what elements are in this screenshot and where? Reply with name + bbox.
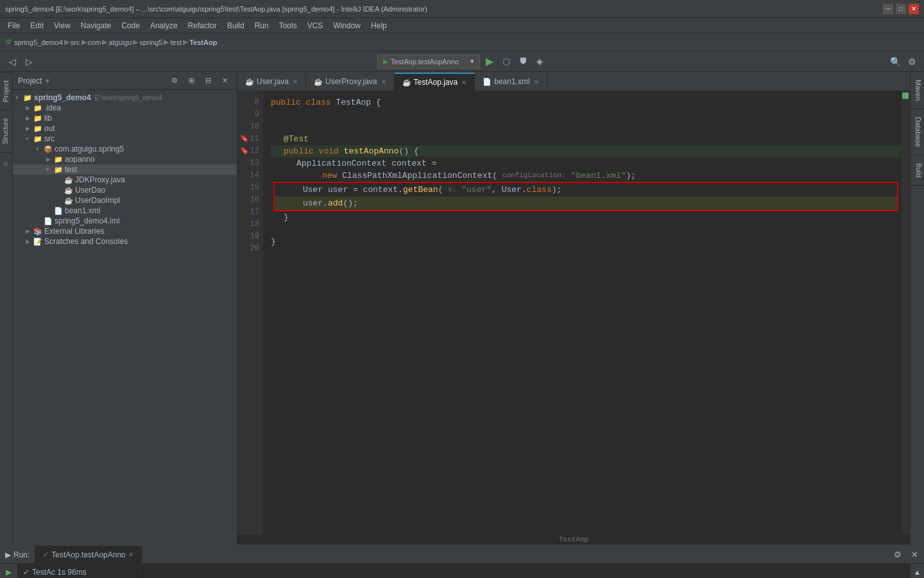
menu-analyze[interactable]: Analyze	[145, 20, 183, 31]
menu-window[interactable]: Window	[328, 20, 366, 31]
project-collapse-button[interactable]: ⊟	[201, 74, 215, 88]
tree-userdao[interactable]: ▶ ☕ UserDao	[13, 185, 237, 195]
run-icon: ▶	[5, 550, 11, 559]
run-label: ▶ Run:	[0, 550, 35, 559]
console-right-toolbar: ▲ ▼ ≡ ⚙ 🗑 ▶	[910, 564, 924, 578]
code-line-19: }	[271, 236, 901, 248]
run-settings-button[interactable]: ⚙	[891, 548, 905, 562]
tab-testaop-java[interactable]: ☕ TestAop.java ✕	[395, 73, 475, 91]
menu-navigate[interactable]: Navigate	[76, 20, 116, 31]
tree-test[interactable]: ▾ 📁 test	[13, 164, 237, 175]
close-button[interactable]: ✕	[909, 4, 919, 14]
breadcrumb-test[interactable]: test	[170, 39, 182, 46]
code-line-14: new ClassPathXmlApplicationContext( conf…	[271, 170, 901, 182]
code-line-18	[271, 223, 901, 236]
toolbar-back-button[interactable]: ◁	[5, 55, 19, 69]
bottom-panel: ▶ Run: ✓ TestAop.testAopAnno ✕ ⚙ ✕ ▶ ⟳ ■…	[0, 545, 924, 578]
tab-user-java[interactable]: ☕ User.java ✕	[237, 73, 306, 91]
coverage-button[interactable]: ⛊	[516, 55, 530, 69]
maximize-button[interactable]: □	[896, 4, 906, 14]
toolbar-forward-button[interactable]: ▷	[22, 55, 36, 69]
code-line-12: public void testAopAnno() {	[271, 145, 901, 157]
menu-refactor[interactable]: Refactor	[183, 20, 222, 31]
menu-file[interactable]: File	[3, 20, 25, 31]
run-tab[interactable]: ✓ TestAop.testAopAnno ✕	[35, 546, 141, 564]
side-tab-build[interactable]: Build	[911, 155, 924, 186]
title-text: spring5_demo4 [E:\work\spring5_demo4] – …	[5, 5, 427, 13]
code-line-16: user.add();	[275, 197, 897, 210]
menu-vcs[interactable]: VCS	[302, 20, 329, 31]
menu-code[interactable]: Code	[116, 20, 145, 31]
tree-idea[interactable]: ▶ 📁 .idea	[13, 103, 237, 113]
menu-tools[interactable]: Tools	[274, 20, 302, 31]
run-close-button[interactable]: ✕	[907, 548, 921, 562]
tree-package[interactable]: ▾ 📦 com.atguigu.spring5	[13, 144, 237, 154]
breadcrumb-file[interactable]: TestAop	[189, 39, 217, 46]
breadcrumb-spring5[interactable]: spring5	[139, 39, 162, 46]
test-item-root[interactable]: ✓ TestAc 1s 96ms	[21, 566, 137, 578]
tree-external-libs[interactable]: ▶ 📚 External Libraries	[13, 226, 237, 236]
side-tab-project[interactable]: Project	[0, 72, 12, 110]
tree-userdaoimpl[interactable]: ▶ ☕ UserDaoImpl	[13, 195, 237, 206]
tab-user-close[interactable]: ✕	[293, 78, 298, 85]
menu-run[interactable]: Run	[250, 20, 274, 31]
tree-aopanno[interactable]: ▶ 📁 aopanno	[13, 154, 237, 164]
debug-button[interactable]: ⬡	[499, 55, 513, 69]
side-tab-structure[interactable]: Structure	[0, 110, 12, 152]
bottom-content: ▶ ⟳ ■ ⊟ ↕ 📷 ⤶ ⤷ ◁◁ ✓ TestAc 1s 96ms ✓ te…	[0, 564, 924, 578]
breadcrumb-project[interactable]: spring5_demo4	[14, 39, 63, 46]
code-line-20	[271, 248, 901, 260]
test-pass-icon: ✓	[23, 568, 30, 577]
tab-userproxy-close[interactable]: ✕	[381, 78, 386, 85]
tree-root[interactable]: ▾ 📁 spring5_demo4 E:\work\spring5_demo4	[13, 92, 237, 103]
breadcrumb-atguigu[interactable]: atguigu	[108, 39, 132, 46]
tab-testaop-close[interactable]: ✕	[461, 79, 466, 86]
run-config-selector[interactable]: ▶ TestAop.testAopAnno ▾	[377, 55, 480, 69]
run-tab-close[interactable]: ✕	[128, 551, 133, 558]
test-tree: ✓ TestAc 1s 96ms ✓ tes 1s 96ms	[18, 564, 140, 578]
breadcrumb-com[interactable]: com	[88, 39, 101, 46]
tree-bean1xml[interactable]: ▶ 📄 bean1.xml	[13, 206, 237, 216]
right-side-panel: Maven Database Build	[910, 72, 924, 545]
project-settings-button[interactable]: ⚙	[167, 74, 182, 88]
tree-src[interactable]: ▾ 📁 src	[13, 134, 237, 144]
tree-scratches[interactable]: ▶ 📝 Scratches and Consoles	[13, 236, 237, 247]
tab-bean1-label: bean1.xml	[494, 77, 529, 86]
tree-jdkproxy[interactable]: ▶ ☕ JDKProxy.java	[13, 175, 237, 185]
tree-lib[interactable]: ▶ 📁 lib	[13, 113, 237, 123]
minimize-button[interactable]: ─	[883, 4, 893, 14]
scroll-up-button[interactable]: ▲	[912, 566, 923, 578]
profile-button[interactable]: ◈	[533, 55, 547, 69]
breadcrumb-bar: ⚙ spring5_demo4 ▶ src ▶ com ▶ atguigu ▶ …	[0, 33, 924, 51]
code-editor[interactable]: 8 9 10 🔖11 🔖12 13 14 15 16 17 18 19	[237, 91, 910, 545]
settings-button[interactable]: ⚙	[905, 55, 919, 69]
search-button[interactable]: 🔍	[888, 55, 902, 69]
menu-build[interactable]: Build	[222, 20, 250, 31]
code-content[interactable]: public class TestAop { @Test public vo	[263, 91, 901, 534]
run-play-button[interactable]: ▶	[3, 566, 15, 578]
tree-out[interactable]: ▶ 📁 out	[13, 123, 237, 134]
scratches-label: Scratches and Consoles	[44, 237, 128, 246]
side-tab-maven[interactable]: Maven	[911, 72, 924, 109]
menu-edit[interactable]: Edit	[25, 20, 49, 31]
side-tab-database[interactable]: Database	[911, 109, 924, 155]
project-close-button[interactable]: ✕	[218, 74, 232, 88]
tab-java-icon: ☕	[245, 78, 254, 86]
project-expand-button[interactable]: ⊞	[184, 74, 198, 88]
run-button[interactable]: ▶	[483, 55, 497, 69]
menu-view[interactable]: View	[49, 20, 76, 31]
menu-bar: File Edit View Navigate Code Analyze Ref…	[0, 18, 924, 33]
toolbar: ◁ ▷ ▶ TestAop.testAopAnno ▾ ▶ ⬡ ⛊ ◈ 🔍 ⚙	[0, 51, 924, 72]
title-bar: spring5_demo4 [E:\work\spring5_demo4] – …	[0, 0, 924, 18]
tab-bean1-xml[interactable]: 📄 bean1.xml ✕	[475, 73, 547, 91]
side-tab-favorites[interactable]: ☆	[0, 152, 12, 175]
tab-testaop-label: TestAop.java	[414, 78, 458, 87]
console-status-line: ✓ ✓ Tests passed: 1 of 1 test – 1s 96 ms	[145, 569, 905, 578]
tab-bean1-close[interactable]: ✕	[534, 78, 539, 85]
right-gutter	[901, 91, 910, 534]
tab-userproxy-java[interactable]: ☕ UserProxy.java ✕	[306, 73, 394, 91]
breadcrumb-src[interactable]: src	[71, 39, 80, 46]
menu-help[interactable]: Help	[366, 20, 392, 31]
tree-iml[interactable]: ▶ 📄 spring5_demo4.iml	[13, 216, 237, 226]
code-line-9	[271, 109, 901, 121]
